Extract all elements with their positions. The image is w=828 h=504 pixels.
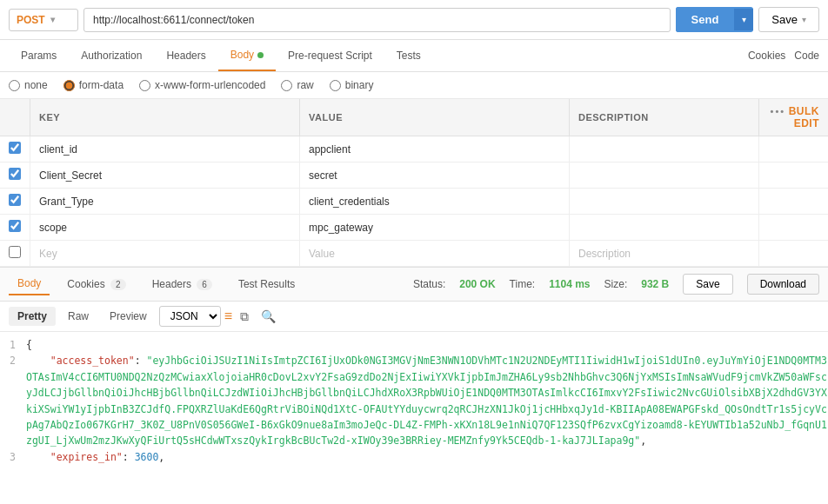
time-value: 1104 ms (549, 278, 590, 290)
table-row: Grant_Type client_credentials (0, 189, 828, 215)
row-checkbox[interactable] (9, 142, 21, 154)
save-chevron-icon: ▾ (802, 15, 806, 24)
key-cell: Client_Secret (39, 169, 102, 182)
col-key: KEY (30, 99, 300, 136)
dots-icon[interactable]: ••• (771, 106, 786, 116)
line-num: 2 (0, 353, 26, 448)
tab-body[interactable]: Body (218, 40, 276, 71)
method-label: POST (17, 14, 45, 26)
body-type-none[interactable]: none (9, 79, 48, 91)
search-icon[interactable]: 🔍 (257, 307, 280, 326)
code-line-2: 2 "access_token": "eyJhbGciOiJSUzI1NiIsI… (0, 353, 828, 448)
table-row-empty: Key Value Description (0, 241, 828, 267)
key-cell: Grant_Type (39, 196, 94, 208)
method-chevron-icon: ▾ (50, 15, 55, 24)
resp-tab-body[interactable]: Body (9, 273, 50, 295)
line-content: "expires_in": 3600, (26, 449, 828, 465)
resp-view-pretty[interactable]: Pretty (9, 307, 56, 326)
col-description: DESCRIPTION (570, 99, 759, 136)
send-btn-group: Send ▾ (676, 7, 754, 32)
cookies-badge: 2 (110, 279, 126, 290)
top-bar: POST ▾ Send ▾ Save ▾ (0, 0, 828, 40)
table-row: client_id appclient (0, 136, 828, 162)
resp-view-preview[interactable]: Preview (101, 307, 156, 326)
size-label: Size: (604, 278, 628, 290)
tab-right-links: Cookies Code (748, 50, 819, 62)
format-select[interactable]: JSON (159, 306, 221, 327)
tab-headers[interactable]: Headers (154, 41, 217, 70)
body-type-binary[interactable]: binary (330, 79, 374, 91)
row-checkbox[interactable] (9, 168, 21, 180)
method-select[interactable]: POST ▾ (9, 9, 78, 31)
status-label: Status: (413, 278, 445, 290)
cookies-link[interactable]: Cookies (748, 50, 785, 62)
key-placeholder: Key (39, 248, 57, 260)
line-content: "token_type": "Bearer" (26, 465, 828, 467)
line-content: "access_token": "eyJhbGciOiJSUzI1NiIsImt… (26, 353, 828, 448)
value-placeholder: Value (309, 248, 335, 260)
save-response-button[interactable]: Save (683, 274, 732, 295)
value-cell: mpc_gateway (309, 222, 373, 234)
code-link[interactable]: Code (794, 50, 819, 62)
status-info: Status: 200 OK Time: 1104 ms Size: 932 B… (413, 274, 819, 295)
response-code-area: 1 { 2 "access_token": "eyJhbGciOiJSUzI1N… (0, 332, 828, 467)
line-num: 1 (0, 337, 26, 353)
resp-tab-test-results[interactable]: Test Results (230, 274, 304, 295)
row-checkbox[interactable] (9, 220, 21, 232)
code-line-4: 4 "token_type": "Bearer" (0, 465, 828, 467)
body-type-formdata[interactable]: form-data (63, 79, 124, 91)
tab-authorization[interactable]: Authorization (69, 41, 154, 70)
col-value: VALUE (300, 99, 570, 136)
body-type-raw[interactable]: raw (281, 79, 313, 91)
wrap-icon[interactable]: ≡ (224, 308, 232, 324)
code-line-3: 3 "expires_in": 3600, (0, 449, 828, 465)
size-value: 932 B (641, 278, 669, 290)
bulk-edit-button[interactable]: Bulk Edit (789, 105, 819, 129)
desc-placeholder: Description (578, 248, 631, 260)
status-value: 200 OK (459, 278, 495, 290)
tab-tests[interactable]: Tests (384, 41, 433, 70)
tab-params[interactable]: Params (9, 41, 69, 70)
value-cell: secret (309, 169, 337, 182)
params-table-wrapper: KEY VALUE DESCRIPTION ••• Bulk Edit clie… (0, 99, 828, 267)
response-bar: Body Cookies 2 Headers 6 Test Results St… (0, 267, 828, 302)
key-cell: scope (39, 222, 67, 234)
params-table: KEY VALUE DESCRIPTION ••• Bulk Edit clie… (0, 99, 828, 267)
url-input[interactable] (83, 8, 671, 32)
line-content: { (26, 337, 828, 353)
time-label: Time: (510, 278, 536, 290)
table-row: Client_Secret secret (0, 162, 828, 189)
value-cell: appclient (309, 143, 351, 156)
copy-icon[interactable]: ⧉ (236, 307, 253, 327)
download-button[interactable]: Download (747, 274, 819, 295)
send-button[interactable]: Send (676, 7, 735, 32)
code-line-1: 1 { (0, 337, 828, 353)
tab-prerequest[interactable]: Pre-request Script (276, 41, 384, 70)
line-num: 4 (0, 465, 26, 467)
value-cell: client_credentials (309, 196, 390, 208)
line-num: 3 (0, 449, 26, 465)
row-checkbox[interactable] (9, 194, 21, 206)
key-cell: client_id (39, 143, 77, 156)
send-dropdown-button[interactable]: ▾ (734, 9, 753, 30)
col-checkbox (0, 99, 30, 136)
body-active-dot (257, 52, 264, 58)
row-checkbox[interactable] (9, 246, 21, 258)
body-type-bar: none form-data x-www-form-urlencoded raw… (0, 72, 828, 99)
save-button[interactable]: Save ▾ (758, 7, 819, 32)
table-row: scope mpc_gateway (0, 215, 828, 241)
body-type-urlencoded[interactable]: x-www-form-urlencoded (139, 79, 265, 91)
headers-badge: 6 (197, 279, 212, 290)
response-toolbar: Pretty Raw Preview JSON ≡ ⧉ 🔍 (0, 302, 828, 332)
resp-view-raw[interactable]: Raw (59, 307, 97, 326)
resp-tab-cookies[interactable]: Cookies 2 (58, 274, 134, 295)
col-actions: ••• Bulk Edit (758, 99, 828, 136)
resp-tab-headers[interactable]: Headers 6 (144, 274, 221, 295)
request-tab-bar: Params Authorization Headers Body Pre-re… (0, 40, 828, 72)
